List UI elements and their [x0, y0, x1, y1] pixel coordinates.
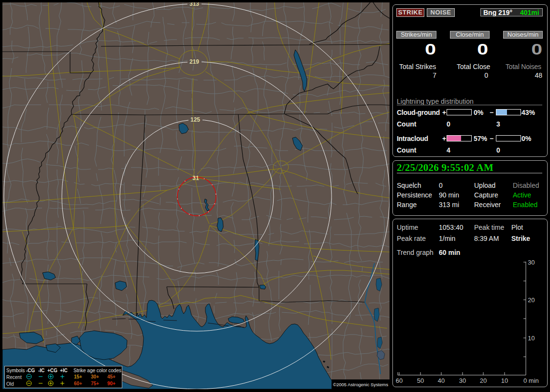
svg-text:30: 30	[528, 259, 535, 266]
svg-text:60: 60	[396, 377, 403, 384]
svg-text:219: 219	[189, 58, 199, 65]
svg-text:20: 20	[528, 296, 535, 304]
svg-text:30: 30	[459, 377, 466, 384]
svg-text:31: 31	[192, 175, 199, 182]
svg-text:50: 50	[417, 377, 424, 384]
svg-text:40: 40	[438, 377, 445, 384]
svg-text:125: 125	[190, 116, 200, 123]
svg-text:20: 20	[480, 377, 487, 384]
svg-text:313: 313	[189, 2, 199, 7]
svg-text:0 min: 0 min	[523, 377, 539, 384]
svg-text:10: 10	[528, 335, 535, 342]
svg-text:10: 10	[501, 377, 508, 384]
